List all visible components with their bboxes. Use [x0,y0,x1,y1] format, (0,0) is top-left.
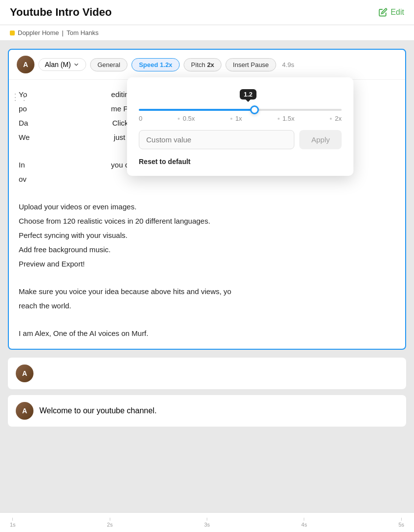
pitch-value: 2x [207,61,214,68]
content-line-9: Perfect syncing with your visuals. [19,229,395,242]
breadcrumb: Doppler Home | Tom Hanks [0,25,414,41]
tab-pitch[interactable]: Pitch 2x [184,58,222,71]
timeline-mark-3s: 3s [204,518,210,528]
content-line-11: Preview and Export! [19,257,395,270]
edit-label: Edit [390,8,404,17]
drag-handle[interactable]: ⋮⋮ [11,90,29,105]
avatar-secondary-2: A [16,402,33,420]
timeline: 1s 2s 3s 4s 5s [0,512,414,532]
slider-label-1: 1x [230,115,242,122]
timeline-tick-3s [207,518,207,521]
apply-button[interactable]: Apply [299,130,342,149]
duration-label: 4.9s [282,61,294,68]
timeline-tick-4s [304,518,304,521]
slider-label-0-5: 0.5x [178,115,195,122]
timeline-mark-5s: 5s [398,518,404,528]
speed-dropdown: 1.2 0 0.5x [127,77,353,176]
breadcrumb-home[interactable]: Doppler Home [18,29,59,36]
timeline-tick-5s [401,518,402,521]
slider-label-0: 0 [139,115,142,122]
secondary-2-text: Welcome to our youtube channel. [39,406,157,415]
tab-general[interactable]: General [90,58,127,71]
breadcrumb-dot [10,31,15,35]
avatar-secondary-1: A [16,365,33,382]
timeline-tick-1s [12,518,13,521]
script-block-primary: A Alan (M) General Speed 1.2x Pitch 2x I… [8,49,406,350]
avatar: A [17,56,34,73]
timeline-mark-1s: 1s [10,518,16,528]
timeline-marks: 1s 2s 3s 4s 5s [10,518,404,528]
content-line-14: I am Alex, One of the AI voices on Murf. [19,327,395,340]
voice-selector[interactable]: Alan (M) [38,58,86,71]
content-line-7: Upload your videos or even images. [19,200,395,213]
breadcrumb-project[interactable]: Tom Hanks [66,29,98,36]
script-block-secondary-1: A [8,358,406,389]
script-block-secondary-2: A Welcome to our youtube channel. [8,395,406,427]
toolbar: A Alan (M) General Speed 1.2x Pitch 2x I… [9,50,405,80]
voice-name: Alan (M) [45,61,71,68]
timeline-mark-4s: 4s [301,518,307,528]
tab-insert-pause[interactable]: Insert Pause [225,58,276,71]
custom-input-row: Apply [139,130,342,149]
tab-speed[interactable]: Speed 1.2x [131,58,180,71]
slider-tooltip: 1.2 [240,89,256,100]
slider-track[interactable] [139,109,342,111]
content-line-13: reach the world. [19,299,395,312]
speed-value: 1.2x [160,61,172,68]
custom-value-input[interactable] [139,130,294,149]
main-area: A Alan (M) General Speed 1.2x Pitch 2x I… [0,41,414,524]
slider-label-2: 2x [330,115,342,122]
reset-to-default-link[interactable]: Reset to default [139,158,191,166]
page-title: Youtube Intro Video [10,6,112,19]
slider-thumb[interactable] [250,105,259,114]
slider-label-1-5: 1.5x [278,115,295,122]
content-line-8: Choose from 120 realistic voices in 20 d… [19,214,395,228]
breadcrumb-separator: | [62,29,64,36]
content-line-10: Add free background music. [19,243,395,256]
slider-fill [139,109,255,111]
timeline-tick-2s [110,518,110,521]
content-line-12: Make sure you voice your idea because ab… [19,285,395,298]
timeline-mark-2s: 2s [107,518,113,528]
slider-labels: 0 0.5x 1x 1.5x [139,115,342,122]
edit-button[interactable]: Edit [379,8,404,17]
header: Youtube Intro Video Edit [0,0,414,25]
slider-container: 0 0.5x 1x 1.5x [139,109,342,122]
